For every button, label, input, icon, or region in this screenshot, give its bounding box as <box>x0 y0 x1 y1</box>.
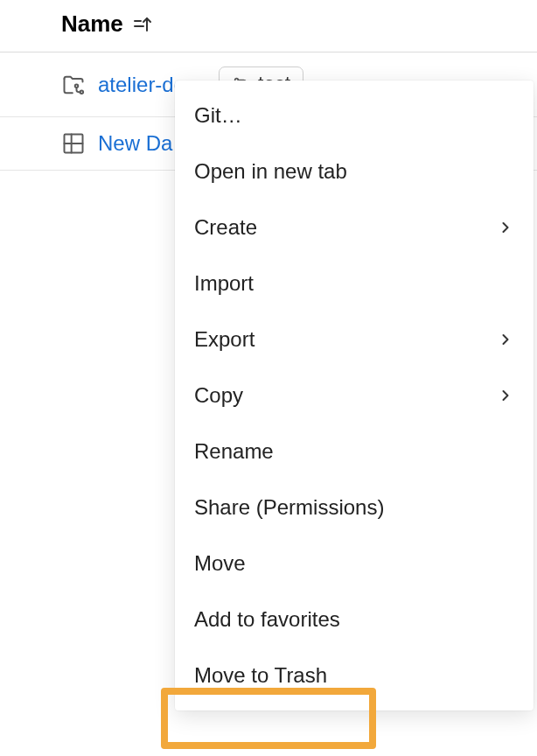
menu-item-share-permissions[interactable]: Share (Permissions) <box>175 480 534 536</box>
menu-item-open-new-tab[interactable]: Open in new tab <box>175 144 534 200</box>
chevron-right-icon <box>497 387 514 404</box>
menu-item-label: Import <box>194 271 254 296</box>
menu-item-copy[interactable]: Copy <box>175 368 534 424</box>
menu-item-label: Rename <box>194 439 274 464</box>
folder-repo-icon <box>61 73 86 97</box>
menu-item-move[interactable]: Move <box>175 536 534 592</box>
menu-item-import[interactable]: Import <box>175 256 534 312</box>
sort-ascending-icon <box>132 14 153 35</box>
menu-item-git[interactable]: Git… <box>175 88 534 144</box>
file-name-link[interactable]: New Da <box>98 131 172 156</box>
menu-item-move-to-trash[interactable]: Move to Trash <box>175 648 534 704</box>
context-menu: Git… Open in new tab Create Import Expor… <box>175 80 534 710</box>
menu-item-add-favorites[interactable]: Add to favorites <box>175 592 534 648</box>
menu-item-create[interactable]: Create <box>175 200 534 256</box>
menu-item-label: Move to Trash <box>194 663 327 688</box>
menu-item-label: Open in new tab <box>194 159 347 184</box>
menu-item-label: Git… <box>194 103 242 128</box>
menu-item-export[interactable]: Export <box>175 312 534 368</box>
grid-icon <box>61 131 86 156</box>
menu-item-rename[interactable]: Rename <box>175 424 534 480</box>
menu-item-label: Move <box>194 551 246 576</box>
column-header-label: Name <box>61 10 123 38</box>
chevron-right-icon <box>497 331 514 348</box>
column-header-name[interactable]: Name <box>0 0 537 52</box>
chevron-right-icon <box>497 219 514 236</box>
menu-item-label: Share (Permissions) <box>194 495 384 520</box>
menu-item-label: Add to favorites <box>194 607 340 632</box>
menu-item-label: Create <box>194 215 257 240</box>
menu-item-label: Copy <box>194 383 243 408</box>
menu-item-label: Export <box>194 327 255 352</box>
